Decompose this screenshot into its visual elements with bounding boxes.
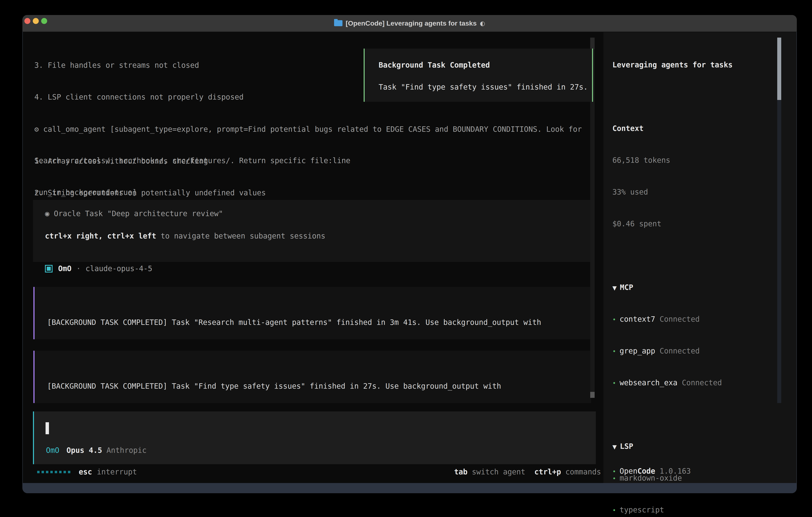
status-dot-icon: •: [612, 348, 616, 355]
oracle-task-title: ◉ Oracle Task "Deep architecture review": [45, 208, 223, 219]
screen: [OpenCode] Leveraging agents for tasks ◐…: [0, 0, 812, 517]
shortcut-keys: ctrl+x right, ctrl+x left: [45, 232, 156, 240]
sidebar-footer: •OpenCode1.0.163: [612, 466, 691, 477]
app-version: 1.0.163: [660, 467, 691, 475]
context-tokens: 66,518 tokens: [612, 155, 777, 166]
mcp-section-header[interactable]: ▼MCP: [612, 282, 777, 293]
status-dot-icon: •: [612, 316, 616, 323]
mcp-name: grep_app: [619, 347, 655, 355]
ctrlp-key-hint: ctrl+p: [534, 467, 561, 477]
background-task-message: [BACKGROUND TASK COMPLETED] Task "Find t…: [33, 351, 591, 403]
minimize-button[interactable]: [33, 18, 39, 24]
chevron-down-icon: ▼: [612, 285, 617, 291]
agent-header: OmO · claude-opus-4-5: [45, 263, 152, 274]
mcp-name: context7: [619, 315, 655, 324]
sidebar: Leveraging agents for tasks Context 66,5…: [612, 38, 777, 517]
mcp-item: •context7Connected: [612, 314, 777, 324]
context-heading: Context: [612, 123, 777, 134]
model-indicator[interactable]: OmOOpus 4.5Anthropic: [46, 445, 147, 456]
tab-action-label: switch agent: [472, 467, 525, 477]
titlebar: [OpenCode] Leveraging agents for tasks ◐: [22, 15, 797, 32]
context-used: 33% used: [612, 187, 777, 197]
mcp-item: •websearch_exaConnected: [612, 377, 777, 388]
output-line: 2. String operations on potentially unde…: [34, 188, 582, 198]
close-button[interactable]: [24, 18, 30, 24]
lsp-name: typescript: [619, 506, 664, 514]
prompt-input[interactable]: [33, 411, 596, 464]
lsp-section-header[interactable]: ▼LSP: [612, 441, 777, 452]
agent-name: OmO: [58, 263, 71, 274]
mcp-status: Connected: [682, 378, 722, 387]
window-title-group: [OpenCode] Leveraging agents for tasks ◐: [334, 19, 485, 27]
output-line: 1. Array access without bounds checking: [34, 156, 582, 166]
tab-key-hint: tab: [454, 467, 467, 477]
window-title: [OpenCode] Leveraging agents for tasks: [346, 19, 477, 27]
toast-body: Task "Find type safety issues" finished …: [379, 82, 588, 92]
mcp-status: Connected: [660, 347, 699, 355]
hint-text: to navigate between subagent sessions: [156, 232, 325, 240]
oracle-hint: ctrl+x right, ctrl+x left to navigate be…: [45, 231, 325, 241]
agent-square-icon: [45, 265, 53, 272]
tool-call-text: call_omo_agent [subagent_type=explore, p…: [44, 125, 582, 134]
folder-icon: [334, 20, 343, 26]
progress-circle-icon: ◐: [480, 20, 485, 27]
tool-call-header: ⚙ call_omo_agent [subagent_type=explore,…: [34, 124, 582, 135]
brand-open: Open: [619, 467, 637, 475]
status-dot-icon: •: [612, 507, 616, 514]
lsp-item: •typescript: [612, 505, 777, 515]
output-line: 4. LSP client connections not properly d…: [34, 92, 350, 102]
ctrlp-action-label: commands: [566, 467, 601, 477]
input-model-name: Opus 4.5: [66, 446, 102, 455]
context-spent: $0.46 spent: [612, 219, 777, 229]
session-title: Leveraging agents for tasks: [612, 60, 777, 70]
output-line: 3. File handles or streams not closed: [34, 60, 350, 71]
spinner-dots-icon: [37, 471, 70, 473]
statusbar-left: esc interrupt: [37, 467, 137, 477]
statusbar-right: tab switch agent ctrl+p commands: [454, 467, 601, 477]
oracle-task-panel: ◉ Oracle Task "Deep architecture review"…: [33, 200, 591, 262]
main-scrollbar-thumb[interactable]: [590, 392, 594, 398]
notification-toast[interactable]: Background Task Completed Task "Find typ…: [364, 49, 593, 102]
maximize-button[interactable]: [41, 18, 47, 24]
esc-action-label: interrupt: [97, 467, 137, 477]
status-dot-icon: •: [612, 468, 616, 475]
text-cursor: [46, 422, 49, 434]
toast-title: Background Task Completed: [379, 60, 490, 71]
input-provider: Anthropic: [107, 446, 146, 455]
mcp-item: •grep_appConnected: [612, 346, 777, 356]
brand-code: Code: [637, 467, 655, 475]
separator-dot: ·: [76, 263, 81, 274]
status-dot-icon: •: [612, 380, 616, 387]
chevron-down-icon: ▼: [612, 444, 617, 450]
esc-key-hint: esc: [79, 467, 92, 477]
background-task-message: [BACKGROUND TASK COMPLETED] Task "Resear…: [33, 287, 591, 339]
agent-model: claude-opus-4-5: [86, 263, 152, 274]
mcp-status: Connected: [660, 315, 699, 324]
main-scrollbar-segment[interactable]: [590, 37, 594, 49]
task-line: [BACKGROUND TASK COMPLETED] Task "Find t…: [47, 381, 501, 391]
sidebar-scrollbar-thumb[interactable]: [777, 37, 781, 100]
gear-icon: ⚙: [34, 125, 39, 134]
task-line: [BACKGROUND TASK COMPLETED] Task "Resear…: [47, 317, 541, 328]
input-agent-name: OmO: [46, 446, 59, 455]
mcp-name: websearch_exa: [619, 378, 677, 387]
